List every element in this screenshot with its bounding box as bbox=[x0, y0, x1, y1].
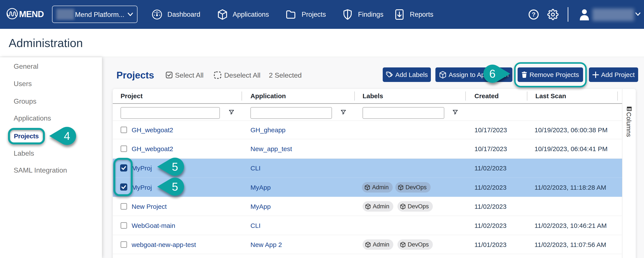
svg-text:6: 6 bbox=[490, 68, 496, 80]
svg-text:5: 5 bbox=[172, 160, 178, 173]
svg-text:?: ? bbox=[532, 11, 535, 18]
svg-text:5: 5 bbox=[172, 180, 178, 193]
svg-text:4: 4 bbox=[64, 130, 70, 142]
